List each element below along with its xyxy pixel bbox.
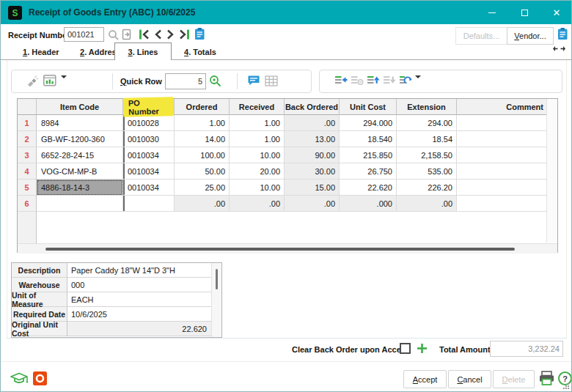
cell-extension[interactable]: 2,158.50 (397, 147, 457, 163)
delete-row-icon[interactable] (351, 75, 364, 86)
cell-ordered[interactable]: 50.00 (175, 163, 230, 180)
grid-horizontal-scrollbar[interactable] (18, 243, 557, 254)
cell-comment[interactable] (457, 131, 548, 147)
cell-comment[interactable] (457, 115, 548, 131)
cell-ordered[interactable]: 25.00 (175, 180, 230, 196)
cell-po-number[interactable]: 0010034 (123, 180, 175, 196)
cell-received[interactable]: 1.00 (230, 131, 285, 147)
row-actions-dropdown-caret[interactable] (415, 78, 421, 87)
cell-unit-cost[interactable]: 294.000 (340, 115, 397, 131)
previous-record-icon[interactable] (153, 29, 163, 40)
cell-received[interactable]: 10.00 (230, 180, 285, 196)
cell-back-ordered[interactable]: 30.00 (285, 163, 340, 180)
clear-back-order-checkbox[interactable] (400, 343, 411, 354)
cell-comment[interactable] (457, 180, 548, 196)
cell-received[interactable]: 1.00 (230, 115, 285, 131)
cell-extension[interactable]: 535.00 (397, 163, 457, 180)
cell-unit-cost[interactable]: 22.620 (340, 180, 397, 196)
cell-item-code-selected[interactable]: 4886-18-14-3 (37, 180, 123, 196)
cell-po-number[interactable]: 0010030 (123, 131, 175, 147)
cell-comment[interactable] (457, 196, 548, 212)
cancel-button[interactable]: Cancel (448, 370, 491, 388)
defaults-button[interactable]: Defaults... (455, 27, 507, 45)
row-number[interactable]: 5 (18, 180, 37, 196)
cell-item-code[interactable]: 8984 (37, 115, 123, 131)
move-row-down-icon[interactable] (383, 75, 396, 85)
office-icon[interactable] (33, 371, 47, 385)
col-ordered[interactable]: Ordered (175, 99, 230, 115)
col-unit-cost[interactable]: Unit Cost (340, 99, 397, 115)
renumber-rows-icon[interactable] (399, 75, 412, 86)
cell-back-ordered[interactable]: 13.00 (285, 131, 340, 147)
col-item-code[interactable]: Item Code (37, 99, 123, 115)
col-po-number[interactable]: PO Number (123, 99, 175, 115)
scrollbar-thumb[interactable] (216, 269, 218, 289)
accept-button[interactable]: Accept (403, 370, 447, 388)
cell-back-ordered[interactable]: 90.00 (285, 147, 340, 163)
first-record-icon[interactable] (139, 29, 150, 40)
window-resize-grip[interactable] (562, 382, 569, 389)
print-icon[interactable] (538, 371, 555, 386)
item-status-dropdown-caret[interactable] (61, 78, 67, 87)
lookup-icon[interactable] (108, 29, 120, 41)
row-number[interactable]: 4 (18, 163, 37, 180)
cell-extension[interactable]: 18.54 (397, 131, 457, 147)
col-extension[interactable]: Extension (397, 99, 457, 115)
cell-po-number[interactable]: 0010028 (123, 115, 175, 131)
memo-clipboard-icon[interactable] (194, 27, 205, 40)
item-status-icon[interactable] (43, 75, 56, 86)
tab-header[interactable]: 1. Header (23, 48, 59, 56)
cell-extension[interactable]: 294.00 (397, 115, 457, 131)
cell-item-code[interactable]: VOG-CM-MP-B (37, 163, 123, 180)
cell-back-ordered[interactable]: 15.00 (285, 180, 340, 196)
grid-settings-icon[interactable] (265, 75, 278, 86)
receipt-number-input[interactable] (64, 27, 104, 42)
cell-received[interactable]: 10.00 (230, 147, 285, 163)
learning-graduation-cap-icon[interactable] (10, 371, 29, 386)
quick-row-input[interactable] (165, 73, 206, 89)
cell-comment[interactable] (457, 147, 548, 163)
quick-row-zoom-icon[interactable] (209, 75, 222, 88)
cell-po-number[interactable]: 0010034 (123, 147, 175, 163)
cell-item-code[interactable]: GB-WF-1200-360 (37, 131, 123, 147)
cell-back-ordered[interactable]: .00 (285, 196, 340, 212)
row-number[interactable]: 3 (18, 147, 37, 163)
cell-received[interactable]: 20.00 (230, 163, 285, 180)
delete-button[interactable]: Delete (493, 370, 535, 388)
cell-back-ordered[interactable]: .00 (285, 115, 340, 131)
row-number-header[interactable] (18, 99, 37, 115)
col-back-ordered[interactable]: Back Ordered (285, 99, 340, 115)
cell-po-number[interactable]: 0010034 (123, 163, 175, 180)
insert-row-icon[interactable] (334, 75, 348, 85)
cell-ordered[interactable]: 1.00 (175, 115, 230, 131)
add-plus-icon[interactable] (417, 343, 428, 354)
vendor-memo-icon[interactable] (557, 27, 568, 40)
cell-po-number[interactable] (123, 196, 175, 212)
move-row-up-icon[interactable] (367, 75, 380, 85)
resize-columns-icon[interactable] (552, 45, 566, 52)
cell-ordered[interactable]: 14.00 (175, 131, 230, 147)
line-comment-icon[interactable] (247, 75, 260, 86)
cell-ordered[interactable]: 100.00 (175, 147, 230, 163)
cell-unit-cost[interactable]: .000 (340, 196, 397, 212)
vendor-button[interactable]: Vendor... (507, 27, 554, 45)
cell-extension[interactable]: .00 (397, 196, 457, 212)
row-number[interactable]: 6 (18, 196, 37, 212)
cell-item-code[interactable]: 6652-28-24-15 (37, 147, 123, 163)
cell-ordered[interactable]: .00 (175, 196, 230, 212)
cell-unit-cost[interactable]: 215.850 (340, 147, 397, 163)
row-number[interactable]: 1 (18, 115, 37, 131)
scrollbar-thumb[interactable] (45, 248, 515, 251)
tab-totals[interactable]: 4. Totals (184, 48, 216, 56)
cell-item-code[interactable] (37, 196, 123, 212)
cell-received[interactable]: .00 (230, 196, 285, 212)
col-comment[interactable]: Comment (457, 99, 548, 115)
detail-vertical-scrollbar[interactable] (211, 263, 221, 338)
cell-comment[interactable] (457, 163, 548, 180)
row-number[interactable]: 2 (18, 131, 37, 147)
grid-vertical-scrollbar[interactable] (546, 99, 557, 243)
item-search-flashlight-icon[interactable] (26, 75, 40, 87)
cell-unit-cost[interactable]: 26.750 (340, 163, 397, 180)
cell-unit-cost[interactable]: 18.540 (340, 131, 397, 147)
cell-extension[interactable]: 226.20 (397, 180, 457, 196)
